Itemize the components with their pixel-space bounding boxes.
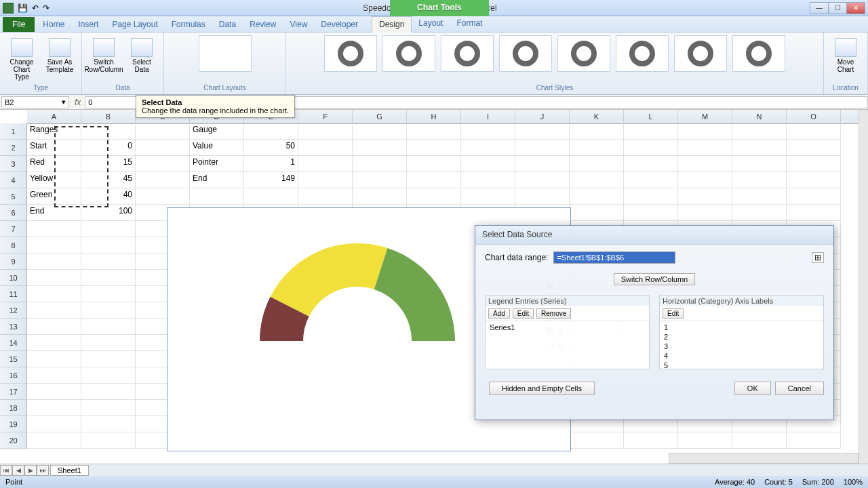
row-header-12[interactable]: 12: [0, 302, 27, 319]
qat-save-icon[interactable]: 💾: [18, 3, 28, 13]
tab-data[interactable]: Data: [212, 17, 243, 32]
cell-H2[interactable]: [407, 140, 461, 156]
row-header-14[interactable]: 14: [0, 335, 27, 351]
maximize-button[interactable]: ☐: [828, 2, 847, 14]
cell-A7[interactable]: [27, 221, 81, 237]
cell-M1[interactable]: [678, 123, 732, 140]
cell-B4[interactable]: 45: [81, 172, 136, 188]
cell-H4[interactable]: [407, 172, 461, 188]
axis-label-item[interactable]: 3: [664, 342, 819, 351]
cell-A15[interactable]: [27, 351, 81, 367]
cell-A18[interactable]: [27, 400, 81, 416]
cell-D1[interactable]: Gauge: [190, 123, 244, 140]
chart-style-7[interactable]: [674, 35, 727, 72]
cell-K3[interactable]: [570, 156, 624, 172]
cell-K2[interactable]: [570, 140, 624, 156]
cell-B12[interactable]: [81, 302, 136, 319]
close-button[interactable]: ✕: [846, 2, 865, 14]
cell-I5[interactable]: [461, 188, 515, 205]
tab-insert[interactable]: Insert: [71, 17, 105, 32]
cell-E3[interactable]: 1: [244, 156, 298, 172]
cell-H1[interactable]: [407, 123, 461, 140]
cell-J3[interactable]: [515, 156, 570, 172]
col-header-G[interactable]: G: [353, 110, 407, 123]
axis-labels-list[interactable]: 12345: [660, 321, 823, 371]
chart-style-8[interactable]: [732, 35, 785, 72]
cell-B16[interactable]: [81, 367, 136, 384]
name-box-dropdown-icon[interactable]: ▾: [62, 98, 66, 106]
row-header-7[interactable]: 7: [0, 221, 27, 237]
cell-F5[interactable]: [298, 188, 353, 205]
cell-B20[interactable]: [81, 432, 136, 449]
cell-A3[interactable]: Red: [27, 156, 81, 172]
sheet-tab-sheet1[interactable]: Sheet1: [50, 465, 89, 476]
zoom-level[interactable]: 100%: [844, 478, 863, 486]
col-header-O[interactable]: O: [787, 110, 841, 123]
row-header-8[interactable]: 8: [0, 237, 27, 253]
col-header-K[interactable]: K: [570, 110, 624, 123]
change-chart-type-button[interactable]: Change Chart Type: [5, 35, 38, 81]
cell-O3[interactable]: [787, 156, 841, 172]
chart-layout-option[interactable]: [199, 35, 252, 72]
cell-L5[interactable]: [624, 188, 678, 205]
cell-M5[interactable]: [678, 188, 732, 205]
cell-A11[interactable]: [27, 286, 81, 302]
row-header-10[interactable]: 10: [0, 270, 27, 286]
cell-B8[interactable]: [81, 237, 136, 253]
cell-M4[interactable]: [678, 172, 732, 188]
cell-N5[interactable]: [732, 188, 787, 205]
cell-A2[interactable]: Start: [27, 140, 81, 156]
name-box[interactable]: B2 ▾: [1, 96, 69, 108]
switch-row-column-button[interactable]: Switch Row/Column: [87, 35, 120, 73]
col-header-B[interactable]: B: [81, 110, 136, 123]
cell-E1[interactable]: [244, 123, 298, 140]
cell-A5[interactable]: Green: [27, 188, 81, 205]
chart-style-3[interactable]: [441, 35, 494, 72]
row-header-1[interactable]: 1: [0, 123, 27, 140]
cell-A6[interactable]: End: [27, 205, 81, 221]
cell-A8[interactable]: [27, 237, 81, 253]
cell-B15[interactable]: [81, 351, 136, 367]
row-header-4[interactable]: 4: [0, 172, 27, 188]
tab-formulas[interactable]: Formulas: [165, 17, 212, 32]
series-list[interactable]: Series1: [486, 321, 649, 333]
cell-K1[interactable]: [570, 123, 624, 140]
sheet-nav-next-icon[interactable]: ▶: [24, 465, 37, 476]
series-remove-button[interactable]: Remove: [536, 308, 571, 319]
cell-G5[interactable]: [353, 188, 407, 205]
row-header-9[interactable]: 9: [0, 253, 27, 270]
cell-A12[interactable]: [27, 302, 81, 319]
horizontal-scrollbar[interactable]: [669, 453, 859, 464]
cell-F4[interactable]: [298, 172, 353, 188]
cell-L1[interactable]: [624, 123, 678, 140]
cell-B2[interactable]: 0: [81, 140, 136, 156]
cell-H5[interactable]: [407, 188, 461, 205]
chart-style-6[interactable]: [616, 35, 669, 72]
cell-A1[interactable]: Ranges: [27, 123, 81, 140]
cell-K5[interactable]: [570, 188, 624, 205]
cell-N1[interactable]: [732, 123, 787, 140]
col-header-N[interactable]: N: [732, 110, 787, 123]
cell-E4[interactable]: 149: [244, 172, 298, 188]
cell-A17[interactable]: [27, 384, 81, 400]
row-header-18[interactable]: 18: [0, 400, 27, 416]
cell-J2[interactable]: [515, 140, 570, 156]
row-header-15[interactable]: 15: [0, 351, 27, 367]
qat-redo-icon[interactable]: ↷: [43, 3, 50, 13]
col-header-H[interactable]: H: [407, 110, 461, 123]
cell-G4[interactable]: [353, 172, 407, 188]
col-header-I[interactable]: I: [461, 110, 515, 123]
cell-F3[interactable]: [298, 156, 353, 172]
cell-I2[interactable]: [461, 140, 515, 156]
cell-L6[interactable]: [624, 205, 678, 221]
row-header-11[interactable]: 11: [0, 286, 27, 302]
cell-E5[interactable]: [244, 188, 298, 205]
axis-label-item[interactable]: 2: [664, 332, 819, 342]
cell-A13[interactable]: [27, 319, 81, 335]
qat-undo-icon[interactable]: ↶: [32, 3, 39, 13]
cell-O6[interactable]: [787, 205, 841, 221]
cell-D4[interactable]: End: [190, 172, 244, 188]
cell-B18[interactable]: [81, 400, 136, 416]
cell-J4[interactable]: [515, 172, 570, 188]
cell-A16[interactable]: [27, 367, 81, 384]
